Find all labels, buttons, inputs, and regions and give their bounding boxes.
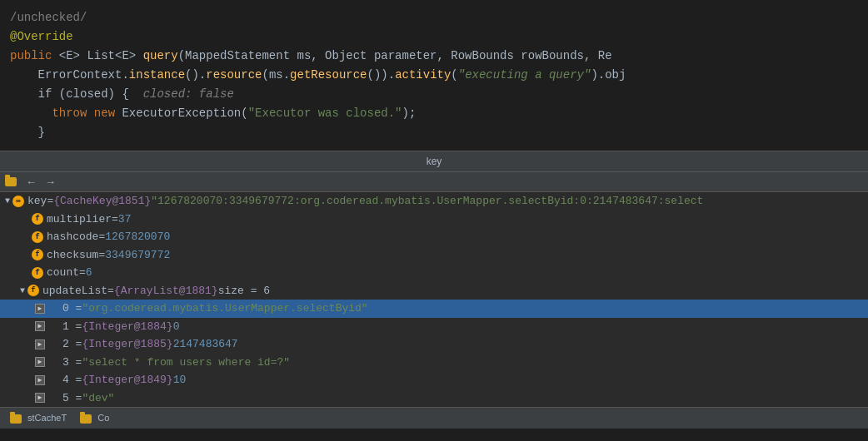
var-size-updatelist: size = 6: [218, 283, 270, 300]
var-eq-hashcode: =: [98, 229, 105, 245]
var-val-1: 0: [173, 319, 180, 335]
debug-title: key: [427, 156, 442, 167]
code-type: <E> List<E>: [59, 47, 143, 65]
var-index-5: 5 =: [62, 390, 82, 407]
code-keyword-throw: throw: [10, 105, 94, 122]
var-ref-1: {Integer@1884}: [82, 319, 172, 335]
tree-row-hashcode[interactable]: f hashcode = 1267820070: [0, 228, 868, 246]
forward-button[interactable]: →: [42, 175, 58, 189]
var-val-3: "select * from users where id=?": [82, 354, 290, 371]
tree-arrow-0[interactable]: ▶: [35, 304, 45, 314]
code-line-5: if (closed) { closed: false: [0, 85, 868, 104]
tab-stcachet[interactable]: stCacheT: [3, 409, 73, 427]
code-line-1: /unchecked/: [0, 8, 868, 27]
code-editor: /unchecked/ @Override public <E> List<E>…: [0, 0, 868, 151]
var-name-updatelist: updateList: [42, 283, 107, 300]
var-ref-4: {Integer@1849}: [82, 372, 172, 389]
tree-arrow-1[interactable]: ▶: [35, 321, 45, 331]
code-plain: (: [241, 105, 247, 122]
var-name-key: key: [27, 193, 47, 210]
var-val-key: "1267820070:3349679772:org.coderead.myba…: [151, 193, 703, 210]
back-button[interactable]: ←: [23, 175, 39, 189]
tree-toggle-updatelist[interactable]: ▼: [20, 285, 25, 297]
code-plain: ).obj: [591, 67, 626, 84]
var-val-5: "dev": [82, 390, 114, 407]
var-index-2: 2 =: [62, 336, 82, 353]
code-line-6: throw new ExecutorException("Executor wa…: [0, 104, 868, 123]
tree-arrow-3[interactable]: ▶: [35, 357, 45, 367]
var-val-0: "org.coderead.mybatis.UserMapper.selectB…: [82, 300, 367, 317]
tab-label-1: stCacheT: [27, 413, 67, 423]
tree-arrow-2[interactable]: ▶: [35, 339, 45, 349]
code-annotation: @Override: [10, 28, 73, 46]
code-function: resource: [206, 67, 262, 84]
code-line-7: }: [0, 123, 868, 142]
code-exception-type: ExecutorException: [122, 105, 241, 122]
multiplier-icon: f: [32, 213, 43, 225]
folder-icon: [5, 177, 17, 186]
var-eq-updatelist: =: [107, 283, 114, 300]
tree-row-item-1[interactable]: ▶ 1 = {Integer@1884} 0: [0, 318, 868, 336]
key-icon: ∞: [12, 196, 24, 207]
tree-row-item-0[interactable]: ▶ 0 = "org.coderead.mybatis.UserMapper.s…: [0, 300, 868, 318]
bottom-tabs: stCacheT Co: [0, 407, 868, 429]
var-index-3: 3 =: [62, 354, 82, 371]
tree-row-multiplier[interactable]: f multiplier = 37: [0, 211, 868, 229]
tree-row-checksum[interactable]: f checksum = 3349679772: [0, 246, 868, 265]
tree-row-item-3[interactable]: ▶ 3 = "select * from users where id=?": [0, 354, 868, 372]
var-name-count: count: [47, 265, 79, 281]
code-text: /unchecked/: [10, 9, 87, 27]
tree-root-key[interactable]: ▼ ∞ key = {CacheKey@1851} "1267820070:33…: [0, 192, 868, 211]
tree-row-count[interactable]: f count = 6: [0, 264, 868, 282]
var-name-checksum: checksum: [47, 247, 98, 264]
tree-arrow-4[interactable]: ▶: [35, 375, 45, 385]
debug-toolbar: ← →: [0, 172, 868, 192]
code-plain: ()).: [367, 67, 396, 84]
code-function: activity: [395, 67, 451, 84]
code-plain: ErrorContext.: [10, 67, 129, 84]
code-plain: }: [10, 124, 45, 141]
updatelist-icon: f: [27, 285, 39, 296]
var-eq-count: =: [79, 265, 86, 281]
debug-tree: ▼ ∞ key = {CacheKey@1851} "1267820070:33…: [0, 192, 868, 407]
tree-row-item-5[interactable]: ▶ 5 = "dev": [0, 389, 868, 408]
var-val-4: 10: [173, 372, 187, 389]
code-plain: if (closed) {: [10, 86, 143, 103]
code-comment: closed: false: [143, 86, 234, 103]
var-val-multiplier: 37: [118, 211, 132, 228]
code-keyword: public: [10, 47, 59, 65]
var-index-4: 4 =: [62, 372, 82, 389]
var-val-count: 6: [86, 265, 92, 281]
tab-co[interactable]: Co: [73, 409, 116, 427]
code-plain: (: [451, 67, 457, 84]
var-val-2: 2147483647: [173, 336, 238, 353]
tab-label-2: Co: [97, 413, 109, 423]
tree-row-updatelist[interactable]: ▼ f updateList = {ArrayList@1881} size =…: [0, 282, 868, 300]
tree-row-item-2[interactable]: ▶ 2 = {Integer@1885} 2147483647: [0, 335, 868, 354]
code-string: "executing a query": [458, 67, 591, 84]
code-function: query: [143, 47, 178, 65]
var-name-hashcode: hashcode: [47, 229, 98, 245]
code-plain: (ms.: [262, 67, 290, 84]
debug-title-bar: key: [0, 151, 868, 172]
tab-folder-icon-1: [10, 414, 22, 424]
var-eq-checksum: =: [98, 247, 105, 264]
code-plain: );: [402, 105, 417, 122]
code-plain: (MappedStatement ms, Object parameter, R…: [178, 47, 612, 65]
checksum-icon: f: [32, 249, 43, 260]
var-index-1: 1 =: [62, 319, 82, 335]
code-string: "Executor was closed.": [248, 105, 402, 122]
tree-row-item-4[interactable]: ▶ 4 = {Integer@1849} 10: [0, 371, 868, 389]
debug-panel: key ← → ▼ ∞ key = {CacheKey@1851} "12678…: [0, 151, 868, 429]
var-eq-multiplier: =: [112, 211, 118, 228]
tree-arrow-5[interactable]: ▶: [35, 393, 45, 403]
var-eq-key: =: [47, 193, 53, 210]
tab-folder-icon-2: [80, 414, 92, 424]
code-keyword-new: new: [94, 105, 122, 122]
var-index-0: 0 =: [62, 300, 82, 317]
code-function: instance: [129, 67, 185, 84]
tree-toggle-key[interactable]: ▼: [5, 195, 10, 207]
code-function: getResource: [290, 67, 367, 84]
count-icon: f: [32, 267, 43, 279]
var-val-hashcode: 1267820070: [105, 229, 170, 245]
